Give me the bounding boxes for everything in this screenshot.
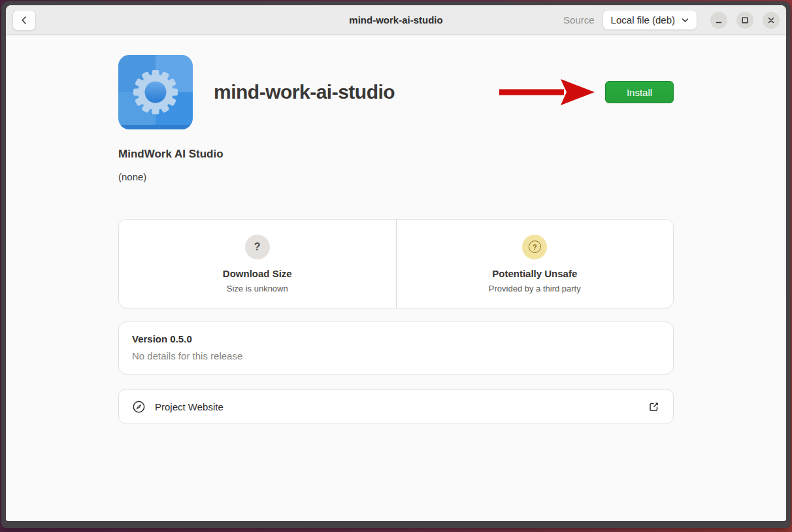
- package-title: mind-work-ai-studio: [214, 81, 498, 103]
- chevron-down-icon: [682, 18, 689, 23]
- source-label: Source: [563, 14, 595, 25]
- download-size-tile[interactable]: ? Download Size Size is unknown: [119, 220, 396, 308]
- safety-tile[interactable]: ? Potentially Unsafe Provided by a third…: [397, 220, 674, 308]
- app-display-name: MindWork AI Studio: [118, 148, 674, 161]
- install-button[interactable]: Install: [605, 81, 674, 103]
- external-link-icon: [648, 401, 660, 413]
- window-frame: mind-work-ai-studio Source Local file (d…: [1, 1, 791, 528]
- compass-icon: [132, 400, 146, 414]
- software-app-window: mind-work-ai-studio Source Local file (d…: [6, 5, 786, 521]
- source-dropdown-value: Local file (deb): [611, 14, 675, 25]
- version-details: No details for this release: [132, 350, 660, 361]
- red-arrow-annotation-icon: [498, 77, 596, 107]
- version-card: Version 0.5.0 No details for this releas…: [118, 322, 674, 374]
- source-dropdown[interactable]: Local file (deb): [602, 10, 697, 30]
- version-title: Version 0.5.0: [132, 333, 660, 344]
- headerbar-right: Source Local file (deb): [563, 10, 780, 30]
- context-tiles-card: ? Download Size Size is unknown ? Potent…: [118, 219, 674, 308]
- download-size-title: Download Size: [223, 268, 292, 279]
- chevron-left-icon: [19, 15, 29, 25]
- package-gear-icon: [118, 55, 193, 129]
- back-button[interactable]: [12, 10, 36, 31]
- maximize-button[interactable]: [736, 12, 753, 29]
- app-header-row: mind-work-ai-studio Install: [118, 55, 674, 129]
- project-website-row[interactable]: Project Website: [118, 389, 674, 424]
- question-mark-circle-icon: ?: [245, 235, 270, 259]
- minimize-button[interactable]: [710, 12, 727, 29]
- main-content: mind-work-ai-studio Install MindWork AI …: [6, 35, 786, 424]
- safety-title: Potentially Unsafe: [492, 268, 577, 279]
- minimize-icon: [714, 16, 723, 25]
- window-controls: [710, 12, 780, 29]
- close-button[interactable]: [763, 12, 780, 29]
- project-website-label: Project Website: [155, 401, 223, 412]
- headerbar: mind-work-ai-studio Source Local file (d…: [6, 5, 786, 35]
- window-title: mind-work-ai-studio: [349, 14, 442, 25]
- download-size-subtitle: Size is unknown: [227, 284, 288, 293]
- close-icon: [767, 16, 776, 25]
- safety-subtitle: Provided by a third party: [489, 284, 581, 293]
- question-mark-ring-icon: ?: [522, 235, 547, 259]
- app-developer: (none): [118, 171, 674, 182]
- maximize-icon: [740, 16, 750, 25]
